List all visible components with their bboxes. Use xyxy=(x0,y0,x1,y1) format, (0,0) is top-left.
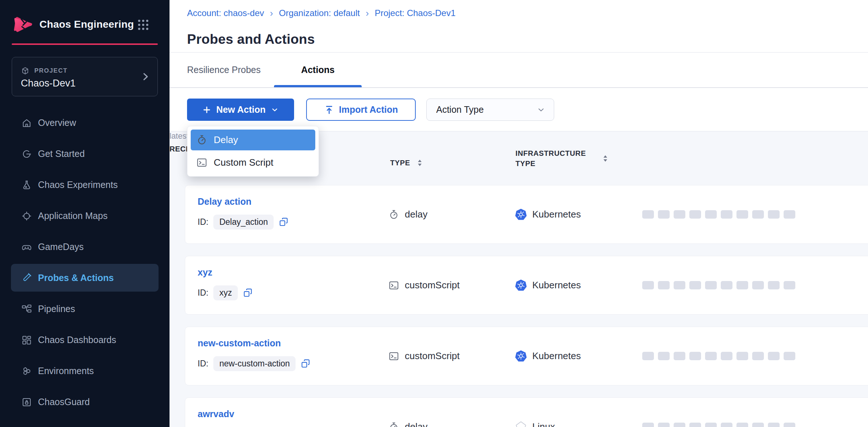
action-name-link[interactable]: Delay action xyxy=(198,196,251,207)
test-tube-icon xyxy=(21,272,32,283)
result-placeholder xyxy=(752,352,764,360)
type-cell: delay xyxy=(388,185,427,243)
stopwatch-icon xyxy=(388,209,399,220)
column-header-type[interactable]: TYPE xyxy=(390,155,423,170)
infrastructure-cell: Kubernetes xyxy=(515,185,581,243)
table-row[interactable]: xyz ID: xyz customScript Kubernetes xyxy=(185,256,868,315)
action-name-link[interactable]: xyz xyxy=(198,267,212,278)
import-action-button[interactable]: Import Action xyxy=(306,99,416,121)
column-header-infrastructure-type[interactable]: INFRASTRUCTURE TYPE xyxy=(515,148,609,169)
copy-icon[interactable] xyxy=(279,217,289,227)
sidebar-item-probes-actions[interactable]: Probes & Actions xyxy=(11,264,159,292)
copy-icon[interactable] xyxy=(301,359,311,369)
get-started-icon xyxy=(21,149,32,159)
sidebar-item-label: Chaos Dashboards xyxy=(38,335,116,345)
brand-accent-rule xyxy=(12,43,158,45)
sidebar-item-chaos-dashboards[interactable]: Chaos Dashboards xyxy=(11,324,159,355)
execution-results-cell xyxy=(642,185,795,243)
result-placeholder xyxy=(721,210,732,219)
pipeline-icon xyxy=(21,304,32,315)
import-icon xyxy=(324,105,334,115)
action-id-badge: xyz xyxy=(213,285,238,300)
project-selector[interactable]: PROJECT Chaos-Dev1 xyxy=(12,57,158,96)
result-placeholder xyxy=(642,352,654,360)
result-placeholder xyxy=(784,352,795,360)
stopwatch-icon xyxy=(388,422,399,427)
page-title: Probes and Actions xyxy=(187,32,315,47)
result-placeholder xyxy=(736,352,748,360)
sidebar-item-label: Overview xyxy=(38,118,76,128)
sort-icon[interactable] xyxy=(416,158,423,167)
sidebar-item-label: GameDays xyxy=(38,242,84,252)
action-type-select[interactable]: Action Type xyxy=(426,99,554,121)
kubernetes-icon xyxy=(515,279,527,292)
sidebar-item-gamedays[interactable]: GameDays xyxy=(11,231,159,262)
menu-item-delay[interactable]: Delay xyxy=(191,130,315,150)
sidebar-item-label: Get Started xyxy=(38,149,85,159)
tab-resilience-probes[interactable]: Resilience Probes xyxy=(187,53,274,87)
sidebar-item-chaos-experiments[interactable]: Chaos Experiments xyxy=(11,169,159,200)
sidebar-item-overview[interactable]: Overview xyxy=(11,107,159,138)
breadcrumb: Account: chaos-dev › Organization: defau… xyxy=(187,8,456,18)
result-placeholder xyxy=(768,423,780,427)
result-placeholder xyxy=(689,423,701,427)
sidebar-item-pipelines[interactable]: Pipelines xyxy=(11,293,159,324)
result-placeholder xyxy=(768,210,780,219)
project-label: PROJECT xyxy=(34,67,68,74)
result-placeholder xyxy=(642,210,654,219)
result-placeholder xyxy=(689,210,701,219)
table-row[interactable]: awrvadv delay Linux xyxy=(185,397,868,427)
action-name-link[interactable]: awrvadv xyxy=(198,409,234,419)
tab-bar: Resilience Probes Actions xyxy=(187,53,362,87)
copy-icon[interactable] xyxy=(243,288,253,298)
result-placeholder xyxy=(658,352,670,360)
sidebar-item-get-started[interactable]: Get Started xyxy=(11,138,159,169)
result-placeholder xyxy=(674,423,685,427)
sidebar-item-environments[interactable]: Environments xyxy=(11,355,159,386)
infrastructure-cell: Linux xyxy=(515,398,555,427)
menu-item-label: Delay xyxy=(214,134,238,146)
sort-icon[interactable] xyxy=(602,154,609,163)
type-cell: customScript xyxy=(388,256,460,314)
result-placeholder xyxy=(752,423,764,427)
app-grid-icon[interactable] xyxy=(137,18,150,31)
execution-results-cell xyxy=(642,398,795,427)
cube-icon xyxy=(21,66,30,75)
result-placeholder xyxy=(658,423,670,427)
result-placeholder xyxy=(705,281,717,289)
action-name-link[interactable]: new-custom-action xyxy=(198,338,281,349)
infrastructure-value: Kubernetes xyxy=(532,350,581,362)
result-placeholder xyxy=(674,281,685,289)
type-cell: delay xyxy=(388,398,427,427)
stopwatch-icon xyxy=(196,134,208,146)
result-placeholder xyxy=(689,281,701,289)
menu-item-label: Custom Script xyxy=(214,157,273,168)
result-placeholder xyxy=(705,423,717,427)
sidebar-item-chaosguard[interactable]: ChaosGuard xyxy=(11,386,159,418)
table-row[interactable]: new-custom-action ID: new-custom-action … xyxy=(185,327,868,385)
infrastructure-cell: Kubernetes xyxy=(515,327,581,385)
breadcrumb-account[interactable]: Account: chaos-dev xyxy=(187,8,264,18)
project-name: Chaos-Dev1 xyxy=(21,78,76,89)
result-placeholder xyxy=(768,352,780,360)
result-placeholder xyxy=(752,281,764,289)
target-icon xyxy=(21,211,32,222)
sidebar-item-label: Probes & Actions xyxy=(38,273,114,283)
sidebar-item-label: Chaos Experiments xyxy=(38,180,118,190)
sidebar-item-application-maps[interactable]: Application Maps xyxy=(11,200,159,231)
menu-item-custom-script[interactable]: Custom Script xyxy=(191,152,315,173)
chevron-down-icon xyxy=(270,105,279,114)
plus-icon xyxy=(202,105,212,115)
type-cell: customScript xyxy=(388,327,460,385)
tab-actions[interactable]: Actions xyxy=(274,53,362,87)
execution-results-cell xyxy=(642,327,795,385)
result-placeholder xyxy=(736,281,748,289)
type-value: customScript xyxy=(405,350,460,362)
new-action-button[interactable]: New Action xyxy=(187,99,294,121)
breadcrumb-organization[interactable]: Organization: default xyxy=(279,8,359,18)
breadcrumb-project[interactable]: Project: Chaos-Dev1 xyxy=(375,8,456,18)
result-placeholder xyxy=(642,423,654,427)
id-label: ID: xyxy=(198,217,208,227)
result-placeholder xyxy=(642,281,654,289)
table-row[interactable]: Delay action ID: Delay_action delay Kube… xyxy=(185,185,868,244)
